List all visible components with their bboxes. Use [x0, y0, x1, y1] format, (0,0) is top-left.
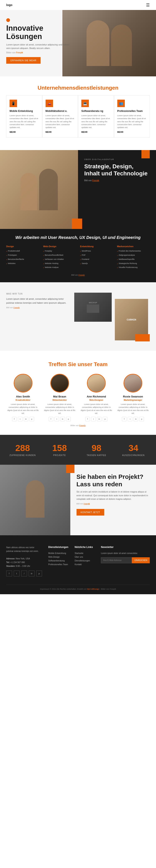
- service-more-1[interactable]: MEHR: [46, 131, 75, 133]
- ux-item-w3: Website Hosting: [43, 262, 76, 266]
- service-icon-2: 💻: [81, 100, 89, 107]
- team-section: Treffen Sie unser Team Alex Smith Kreati…: [0, 351, 156, 435]
- ux-item-d0: Produktmodell: [6, 249, 39, 253]
- ux-item-b4: Visuelle Positionierung: [117, 266, 150, 270]
- ux-col-dev-title: Entwicklung: [80, 245, 113, 248]
- footer-link-1[interactable]: Über uns: [75, 555, 95, 559]
- ux-item-v2: Frontend: [80, 257, 113, 262]
- footer-social-in[interactable]: in: [29, 570, 34, 577]
- services-section: Unternehmensdienstleistungen 📱 Mobile En…: [0, 76, 156, 150]
- footer: Nam ultrices ultrices nec tortor pulvina…: [0, 535, 156, 594]
- services-grid: 📱 Mobile Entwicklung Lorem ipsum dolor s…: [0, 95, 156, 146]
- footer-email-input[interactable]: [101, 557, 132, 563]
- ux-col-web: Web-Design Freeplay Benutzerfreundlichke…: [43, 245, 76, 270]
- whatwedo-section: WAS WIR TUN Lorem ipsum dolor sit amet, …: [0, 282, 156, 351]
- service-card-0: 📱 Mobile Entwicklung Lorem ipsum dolor s…: [6, 95, 42, 137]
- footer-social-pi[interactable]: p: [36, 570, 42, 577]
- strategy-credit-link[interactable]: Freepik: [92, 179, 99, 182]
- team-desc-0: Lorem ipsum dolor sit amet, consectetur …: [6, 403, 40, 415]
- social-fb-3[interactable]: f: [122, 417, 127, 421]
- mock-image-1: MOCKUP: [74, 293, 112, 322]
- footer-social-tw[interactable]: t: [14, 570, 20, 577]
- social-tw-0[interactable]: t: [18, 417, 23, 421]
- social-in-2[interactable]: in: [97, 417, 102, 421]
- ux-credit: Bild von Freepik: [6, 274, 150, 276]
- strategy-content: ÜBER DIGITALAGENTUR Strategie, Design, I…: [78, 150, 156, 190]
- footer-socials: f t / in p: [6, 570, 42, 577]
- social-in-0[interactable]: in: [24, 417, 28, 421]
- footer-social-yt[interactable]: /: [21, 570, 27, 577]
- team-name-2: Ann Richmond: [80, 395, 113, 398]
- avatar-img-0: [15, 374, 32, 392]
- ux-item-v3: Sass/js: [80, 262, 113, 266]
- team-card-3: Roxie Swanson Marketingmanager Lorem ips…: [116, 374, 150, 421]
- contact-credit-link[interactable]: Freepik: [84, 503, 90, 505]
- stat-0: 288 ZUFRIEDENE KUNDEN: [6, 443, 39, 457]
- hero-title: Innovative Lösungen: [6, 24, 71, 40]
- service-more-2[interactable]: MEHR: [81, 131, 111, 133]
- contact-content: Sie haben ein Projekt? Lass uns reden Si…: [70, 465, 156, 535]
- service-icon-3: 👥: [117, 100, 125, 107]
- team-card-2: Ann Richmond Web-Designer Lorem ipsum do…: [80, 374, 113, 421]
- service-title-2: Softwareberatu ng: [81, 110, 111, 113]
- service-more-3[interactable]: MEHR: [117, 131, 147, 133]
- ux-col-brand: Markenzeichen Produkt des Markenwertes Z…: [117, 245, 150, 270]
- service-text-0: Lorem ipsum dolor sit amet, consectetur …: [9, 114, 39, 129]
- strategy-label: ÜBER DIGITALAGENTUR: [84, 158, 150, 160]
- team-card-0: Alex Smith Kreativdirektor Lorem ipsum d…: [6, 374, 40, 421]
- team-credit-link[interactable]: Freepik: [79, 425, 85, 427]
- ux-item-b3: Strategische Richtung: [117, 262, 150, 266]
- social-tw-2[interactable]: t: [91, 417, 96, 421]
- footer-bottom-link[interactable]: MyCraftDesign: [87, 588, 99, 590]
- footer-services-title: Dienstleistungen: [48, 546, 69, 549]
- orange-accent-wwd: [135, 334, 150, 341]
- social-pi-3[interactable]: p: [139, 417, 144, 421]
- team-name-3: Roxie Swanson: [116, 395, 150, 398]
- contact-text: Sic ut enim ad minim incididunt ut labor…: [77, 490, 150, 501]
- social-in-3[interactable]: in: [133, 417, 138, 421]
- social-fb-0[interactable]: f: [12, 417, 17, 421]
- team-avatar-2: [87, 374, 106, 393]
- hero-content: Innovative Lösungen Lorem ipsum dolor si…: [6, 18, 71, 64]
- stat-label-2: TASSEN KAFFEE: [80, 454, 113, 457]
- whatwedo-credit-link[interactable]: Freepik: [14, 307, 20, 309]
- team-avatar-0: [14, 374, 32, 393]
- social-pi-2[interactable]: p: [103, 417, 107, 421]
- contact-cta-button[interactable]: KONTAKT JETZT: [77, 509, 104, 516]
- hero-image: [62, 10, 156, 76]
- team-credit: Bilder von Freepik: [6, 425, 150, 427]
- footer-bottom-extra: · Bilder von Freepik: [100, 588, 116, 590]
- footer-link-3[interactable]: Kontakt: [75, 563, 95, 566]
- social-pi-1[interactable]: p: [66, 417, 71, 421]
- service-title-1: Mobilitätsdienst e.: [46, 110, 75, 113]
- social-tw-1[interactable]: t: [54, 417, 59, 421]
- service-text-2: Lorem ipsum dolor sit amet, consectetur …: [81, 114, 111, 129]
- footer-link-2[interactable]: Dienstleistungen: [75, 559, 95, 563]
- hero-credit-link[interactable]: Freepik: [16, 52, 23, 54]
- ux-col-brand-title: Markenzeichen: [117, 245, 150, 248]
- hero-cta-button[interactable]: ERFAHREN SIE MEHR: [6, 57, 41, 64]
- stat-3: 34 AUSZEICHNUNGEN: [117, 443, 150, 457]
- service-text-1: Lorem ipsum dolor sit amet, consectetur …: [46, 114, 75, 129]
- team-name-1: Mai Braun: [43, 395, 76, 398]
- strategy-section: ÜBER DIGITALAGENTUR Strategie, Design, I…: [0, 150, 156, 229]
- footer-social-fb[interactable]: f: [6, 570, 12, 577]
- menu-icon[interactable]: ☰: [146, 2, 150, 7]
- team-role-0: Kreativdirektor: [6, 399, 40, 401]
- social-pi-0[interactable]: p: [29, 417, 34, 421]
- footer-submit-button[interactable]: EINREICHEN: [132, 557, 150, 563]
- strategy-title: Strategie, Design, Inhalt und Technologi…: [84, 163, 150, 177]
- footer-link-0[interactable]: Startseite: [75, 552, 95, 555]
- team-desc-1: Lorem ipsum dolor sit amet, consectetur …: [43, 403, 76, 415]
- social-in-1[interactable]: in: [60, 417, 65, 421]
- social-tw-3[interactable]: t: [128, 417, 132, 421]
- social-fb-1[interactable]: f: [49, 417, 53, 421]
- ux-credit-link[interactable]: Freepik: [78, 274, 85, 276]
- whatwedo-label: WAS WIR TUN: [6, 293, 68, 295]
- stat-label-3: AUSZEICHNUNGEN: [117, 454, 150, 457]
- social-fb-2[interactable]: f: [85, 417, 90, 421]
- stat-label-1: PROJEKTE: [43, 454, 76, 457]
- service-more-0[interactable]: MEHR: [9, 131, 39, 133]
- whatwedo-credit: Bild von Freepik: [6, 307, 68, 309]
- team-role-1: Webentwickler: [43, 399, 76, 401]
